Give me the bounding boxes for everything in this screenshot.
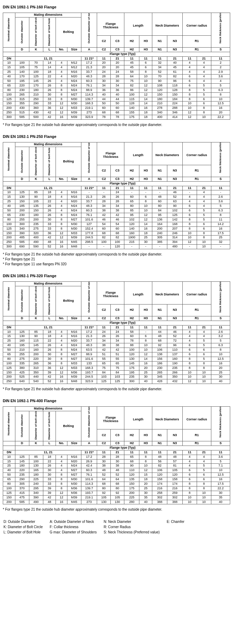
cell: 10 [197,379,211,384]
cell: 100 [3,92,15,97]
legend: D: Outside DiameterA: Outside Diameter o… [3,519,191,536]
cell: 5 [197,92,211,97]
cell: 76.1 [81,83,97,88]
cell: 28 [111,200,124,204]
cell: 4 [197,61,211,65]
cell: 34 [111,204,124,209]
cell: 490 [29,240,43,245]
cell: 65 [97,361,111,366]
cell: 5 [197,88,211,92]
cell: 36 [43,361,56,366]
cell: 40 [111,92,124,97]
cell: 50 [111,102,124,106]
cell: M30 [67,477,81,482]
cell: 80 [3,217,15,222]
cell: 3.6 [211,200,230,204]
cell: 10 [211,97,230,102]
table-row: 100265210308M27114.3404010012150150858 [3,92,230,97]
cell: 16 [56,379,67,384]
cell: 525 [15,375,29,379]
cell: 30 [43,468,56,473]
legend-item: R: Corner Radius [104,525,166,530]
cell: 430 [29,111,43,115]
cell: 4 [182,334,197,339]
cell: 8 [197,231,211,236]
cell: 305 [15,482,29,486]
cell: 105 [29,200,43,204]
cell: 52 [167,195,182,200]
cell: 4 [197,195,211,200]
cell: 22 [43,75,56,79]
cell: 82 [97,236,111,240]
cell: 125 [3,97,15,102]
section-title: DIN EN 1092-1 PN-160 Flange [3,5,230,9]
table-row: 1012585184M1617.2242458-4446442.6 [3,330,230,334]
cell: 140 [15,70,29,75]
cell: 5 [197,83,211,88]
cell: 64 [124,75,139,79]
cell: 63 [167,200,182,204]
cell: - [81,190,97,195]
cell: 80 [124,204,139,209]
cell: 335 [15,361,29,366]
cell: 100 [124,92,139,97]
cell: 180 [29,473,43,477]
cell: M24 [67,348,81,352]
cell: 10 [139,343,152,348]
cell: 24 [97,330,111,334]
cell: 300 [124,379,139,384]
cell: 17.5 [211,231,230,236]
cell: 10 [182,500,197,504]
cell: 8 [56,88,67,92]
cell: M30 [67,226,81,231]
cell: 346 [167,111,182,115]
table-row: 65255200308M2788.95151120121381376610 [3,352,230,357]
cell: 200 [124,491,139,495]
cell: 95 [124,213,139,217]
cell: M24 [67,88,81,92]
cell: 139.7 [81,486,97,491]
cell: 4 [56,70,67,75]
cell: 42 [43,115,56,120]
table-row: 40195145264M2448.3383888109296656.3 [3,343,230,348]
cell: M36 [67,370,81,375]
cell: 186 [152,361,167,366]
cell: 120 [124,473,139,477]
cell: 14.2 [211,222,230,226]
cell: 4 [56,455,67,459]
cell: 246 [167,231,182,236]
cell: 48 [111,468,124,473]
cell: 10 [197,245,211,249]
cell: 200 [15,209,29,213]
cell: 168.3 [81,102,97,106]
cell: 52 [111,473,124,477]
cell: 25 [139,370,152,375]
cell: 240 [29,482,43,486]
cell: 18 [139,111,152,115]
cell: 52 [97,473,111,477]
cell: 106 [152,468,167,473]
cell: 6 [182,348,197,352]
cell: 8 [182,217,197,222]
cell: 36 [43,231,56,236]
table-row: 100300235338M301275454120141641688614.2 [3,222,230,226]
cell: 21.3 [81,195,97,200]
cell: 65 [111,361,124,366]
cell: 100 [3,222,15,226]
cell: 180 [152,97,167,102]
cell: 56 [152,459,167,464]
cell: 130 [29,464,43,468]
cell: 60 [152,200,167,204]
cell: 5 [211,204,230,209]
cell: 8 [139,455,152,459]
cell: 428 [152,379,167,384]
cell: 84 [111,370,124,375]
cell: 244.5 [81,236,97,240]
cell: 300 [3,115,15,120]
cell: 96 [167,79,182,84]
cell: 45 [124,61,139,65]
cell: 65 [3,352,15,357]
cell: 8 [182,361,197,366]
cell: 20 [139,482,152,486]
cell: 1900 [124,236,139,240]
